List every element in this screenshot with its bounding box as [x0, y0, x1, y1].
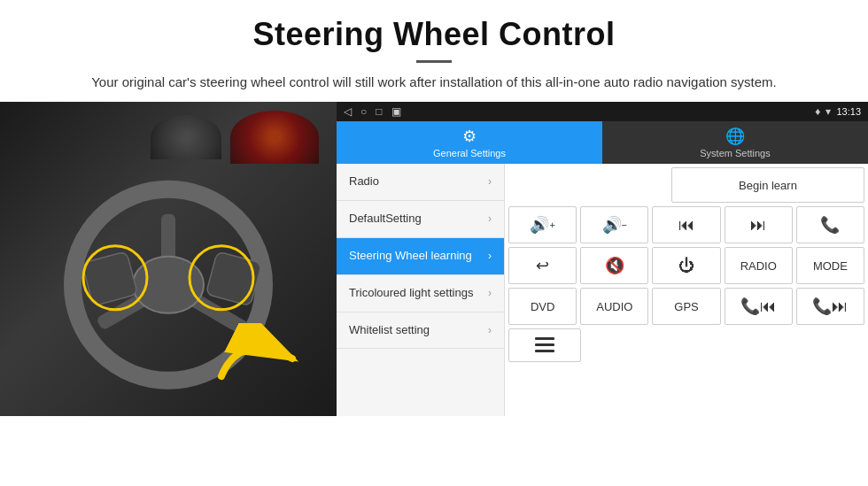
hamburger-menu-icon [535, 337, 554, 353]
svg-rect-11 [535, 337, 554, 340]
steering-wheel-bg [0, 102, 337, 416]
back-icon[interactable]: ◁ [344, 105, 352, 118]
chevron-icon: › [488, 250, 492, 262]
menu-item-default[interactable]: DefaultSetting › [337, 201, 504, 238]
phone-prev-button[interactable]: 📞⏮ [725, 288, 793, 325]
power-button[interactable]: ⏻ [652, 247, 720, 284]
screenshot-icon[interactable]: ▣ [391, 105, 401, 118]
mode-button[interactable]: MODE [796, 247, 864, 284]
gps-button[interactable]: GPS [652, 288, 720, 325]
next-track-button[interactable]: ⏭ [725, 206, 793, 243]
general-settings-icon: ⚙ [462, 127, 477, 146]
volume-up-button[interactable]: 🔊+ [508, 206, 577, 243]
right-panel: Begin learn 🔊+ 🔊− ⏮ ⏭ 📞 ↩ 🔇 ⏻ RADIO [505, 164, 868, 416]
tab-bar: ⚙ General Settings 🌐 System Settings [337, 121, 868, 164]
volume-down-button[interactable]: 🔊− [580, 206, 648, 243]
gauge-right [230, 111, 319, 164]
phone-next-button[interactable]: 📞⏭ [796, 288, 864, 325]
menu-item-tricoloured[interactable]: Tricoloured light settings › [337, 275, 504, 312]
system-settings-icon: 🌐 [725, 127, 745, 146]
main-content: ◁ ○ □ ▣ ♦ ▾ 13:13 ⚙ General Settings 🌐 S… [0, 102, 868, 416]
chevron-icon: › [488, 175, 492, 188]
hangup-button[interactable]: ↩ [508, 247, 577, 284]
chevron-icon: › [488, 287, 492, 299]
empty-cell [508, 167, 668, 203]
status-bar: ◁ ○ □ ▣ ♦ ▾ 13:13 [337, 102, 868, 121]
gauge-left [151, 115, 221, 159]
car-image-area [0, 102, 337, 416]
mute-button[interactable]: 🔇 [580, 247, 648, 284]
chevron-icon: › [488, 212, 492, 225]
phone-button[interactable]: 📞 [796, 206, 864, 243]
radio-button[interactable]: RADIO [725, 247, 793, 284]
control-row-2: ↩ 🔇 ⏻ RADIO MODE [508, 247, 864, 284]
title-divider [416, 60, 452, 63]
tab-general-label: General Settings [433, 148, 506, 158]
status-right-icons: ♦ ▾ 13:13 [815, 105, 861, 118]
control-row-3: DVD AUDIO GPS 📞⏮ 📞⏭ [508, 288, 864, 325]
tab-general[interactable]: ⚙ General Settings [337, 121, 602, 164]
signal-icon: ▾ [825, 105, 831, 118]
menu-button[interactable] [508, 328, 581, 362]
menu-item-steering[interactable]: Steering Wheel learning › [337, 238, 504, 275]
begin-learn-button[interactable]: Begin learn [671, 167, 864, 203]
begin-learn-row: Begin learn [508, 167, 864, 203]
control-row-4 [508, 328, 864, 362]
arrow-svg [213, 323, 319, 394]
control-row-1: 🔊+ 🔊− ⏮ ⏭ 📞 [508, 206, 864, 243]
android-ui: ◁ ○ □ ▣ ♦ ▾ 13:13 ⚙ General Settings 🌐 S… [337, 102, 868, 416]
menu-item-whitelist[interactable]: Whitelist setting › [337, 312, 504, 350]
gps-icon: ♦ [815, 105, 820, 118]
menu-item-radio[interactable]: Radio › [337, 164, 504, 201]
page-title: Steering Wheel Control [53, 16, 815, 53]
svg-rect-13 [535, 350, 554, 352]
chevron-icon: › [488, 324, 492, 336]
home-icon[interactable]: ○ [360, 105, 367, 118]
prev-track-button[interactable]: ⏮ [652, 206, 720, 243]
page-header: Steering Wheel Control Your original car… [0, 0, 868, 102]
tab-system-label: System Settings [700, 148, 770, 158]
dvd-button[interactable]: DVD [508, 288, 577, 325]
menu-content: Radio › DefaultSetting › Steering Wheel … [337, 164, 868, 416]
tab-system[interactable]: 🌐 System Settings [602, 121, 868, 164]
recents-icon[interactable]: □ [376, 105, 382, 118]
status-nav-icons: ◁ ○ □ ▣ [344, 105, 401, 118]
page-description: Your original car's steering wheel contr… [53, 72, 815, 93]
status-time: 13:13 [836, 106, 861, 117]
left-menu: Radio › DefaultSetting › Steering Wheel … [337, 164, 505, 416]
audio-button[interactable]: AUDIO [580, 288, 648, 325]
svg-rect-12 [535, 343, 554, 346]
